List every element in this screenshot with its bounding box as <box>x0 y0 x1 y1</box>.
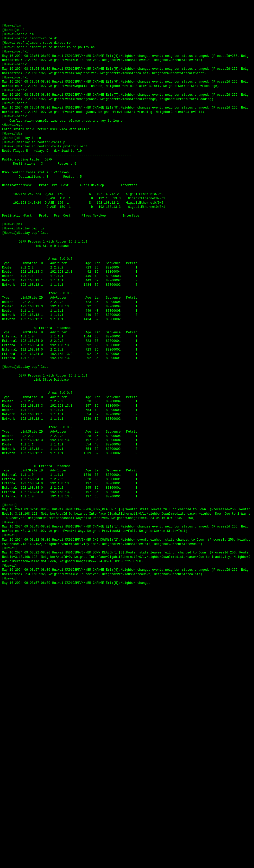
terminal-line-85: Network 192.168.13.1 1.1.1.1 554 32 8000… <box>2 412 252 417</box>
terminal-line-4: [Huawei-ospf-1]import-route direct ro <box>2 41 252 45</box>
terminal-line-104: External 1.1.1.0 192.168.13.3 197 36 800… <box>2 495 252 499</box>
terminal-line-6: [Huawei-ospf-1] <box>2 50 252 54</box>
terminal-line-58: Type LinkState ID AdvRouter Age Len Sequ… <box>2 296 252 300</box>
terminal-line-20: [Huawei]dis <box>2 132 252 136</box>
terminal-line-51: Router 2.2.2.2 2.2.2.2 723 36 80000004 1 <box>2 266 252 270</box>
terminal-line-114: [Huawei] <box>2 564 252 568</box>
terminal-line-21: [Huawei]display ip ro <box>2 136 252 141</box>
terminal-line-0: [Huawei]im <box>2 24 252 28</box>
terminal-line-116: [Huawei] <box>2 577 252 581</box>
terminal-line-62: Network 192.168.13.1 1.1.1.1 449 32 8000… <box>2 313 252 317</box>
terminal-line-44 <box>2 235 252 240</box>
terminal-line-16: [Huawei-ospf-1] <box>2 115 252 119</box>
terminal-line-17: Configuration console time out, please p… <box>2 119 252 123</box>
terminal-line-28 <box>2 166 252 170</box>
terminal-line-73 <box>2 361 252 365</box>
terminal-line-39: Destination/Mask Proto Pre Cost Flags Ne… <box>2 214 252 218</box>
terminal-line-15: May 16 2024 08:33:54-08:00 Huawei %%01OS… <box>2 106 252 115</box>
terminal-line-12: [Huawei-ospf-1] <box>2 89 252 93</box>
terminal-line-45: OSPF Process 1 with Router ID 1.1.1.1 <box>2 240 252 244</box>
terminal-line-102: External 192.168.34.0 2.2.2.2 295 36 800… <box>2 486 252 490</box>
terminal-line-88: Area: 0.0.0.0 <box>2 425 252 430</box>
terminal-line-57: Area: 0.0.0.0 <box>2 291 252 296</box>
terminal-line-25: ----------------------------------------… <box>2 153 252 158</box>
terminal-line-107: May 16 2024 09:02:45-08:00 Huawei %%01OS… <box>2 507 252 520</box>
terminal-line-64 <box>2 322 252 326</box>
terminal-line-48 <box>2 253 252 257</box>
terminal-line-93: Network 192.168.13.1 1.1.1.1 554 32 8000… <box>2 447 252 452</box>
terminal-line-42: [Huawei]display ospf ls <box>2 226 252 231</box>
terminal-line-74: [Huawei]display ospf lsdb <box>2 365 252 369</box>
terminal-line-92: Router 1.1.1.1 1.1.1.1 554 48 8000000B 1 <box>2 443 252 447</box>
terminal-line-80: Area: 0.0.0.0 <box>2 391 252 395</box>
terminal-line-97: AS External Database <box>2 464 252 469</box>
terminal-line-71: External 192.168.34.0 192.168.13.3 92 36… <box>2 352 252 356</box>
terminal-line-43: [Huawei]display ospf lsdb <box>2 231 252 235</box>
terminal-line-90: Router 2.2.2.2 2.2.2.2 828 36 80000004 1 <box>2 434 252 438</box>
terminal-line-105 <box>2 499 252 503</box>
terminal-line-9: May 16 2024 08:33:54-08:00 Huawei %%01OS… <box>2 67 252 75</box>
terminal-line-84: Router 1.1.1.1 1.1.1.1 554 48 8000000B 1 <box>2 408 252 412</box>
terminal-line-35: O_ASE 150 1 D 192.168.13.3 GigabitEthern… <box>2 196 252 201</box>
terminal-line-94: Network 192.168.12.1 1.1.1.1 1539 32 800… <box>2 452 252 456</box>
terminal-line-33 <box>2 188 252 192</box>
terminal-line-67: External 1.1.1.0 1.1.1.1 1544 36 8000000… <box>2 335 252 339</box>
terminal-line-95 <box>2 456 252 460</box>
terminal-line-38 <box>2 209 252 214</box>
terminal-line-52: Router 192.168.13.3 192.168.13.3 92 36 8… <box>2 270 252 274</box>
terminal-line-14: [Huawei-ospf-1] <box>2 101 252 106</box>
terminal-line-8: [Huawei-ospf-1] <box>2 62 252 67</box>
terminal-line-81: Type LinkState ID AdvRouter Age Len Sequ… <box>2 395 252 400</box>
terminal-line-111: May 16 2024 09:03:22-08:00 Huawei %%01OS… <box>2 538 252 547</box>
terminal-line-24: Route Flags: R - relay, D - download to … <box>2 149 252 153</box>
terminal-line-60: Router 192.168.13.3 192.168.13.3 92 36 8… <box>2 305 252 309</box>
terminal-line-5: [Huawei-ospf-1]import-route direct route… <box>2 45 252 50</box>
terminal-line-32: Destination/Mask Proto Pre Cost Flags Ne… <box>2 183 252 188</box>
terminal-line-13: May 16 2024 08:33:54-08:00 Huawei %%01OS… <box>2 93 252 101</box>
terminal-line-100: External 192.168.24.0 2.2.2.2 828 36 800… <box>2 477 252 482</box>
terminal-line-91: Router 192.168.13.3 192.168.13.3 197 36 … <box>2 438 252 443</box>
terminal-line-29: OSPF routing table status : <Active> <box>2 170 252 175</box>
terminal-line-55: Network 192.168.12.1 1.1.1.1 1434 32 800… <box>2 283 252 287</box>
terminal-line-54: Network 192.168.13.1 1.1.1.1 449 32 8000… <box>2 279 252 283</box>
terminal-line-65: AS External Database <box>2 326 252 331</box>
terminal-line-26: Public routing table : OSPF <box>2 158 252 162</box>
terminal-line-83: Router 192.168.13.3 192.168.13.3 197 36 … <box>2 404 252 408</box>
terminal-line-47 <box>2 248 252 253</box>
terminal-line-78 <box>2 382 252 386</box>
terminal-line-31 <box>2 179 252 184</box>
terminal-line-37: O_ASE 150 1 D 192.168.13.3 GigabitEthern… <box>2 205 252 209</box>
terminal-line-66: Type LinkState ID AdvRouter Age Len Sequ… <box>2 331 252 335</box>
terminal-line-99: External 1.1.1.0 1.1.1.1 1649 36 8000000… <box>2 473 252 477</box>
terminal-line-86: Network 192.168.12.1 1.1.1.1 1539 32 800… <box>2 417 252 421</box>
terminal-line-53: Router 1.1.1.1 1.1.1.1 449 48 8000000B 1 <box>2 274 252 279</box>
terminal-line-79 <box>2 386 252 391</box>
terminal-line-3: [Huawei-ospf-1]import-route di <box>2 36 252 41</box>
terminal-line-11: May 16 2024 08:33:54-08:00 Huawei %%01OS… <box>2 80 252 89</box>
terminal-line-101: External 192.168.24.0 192.168.13.3 197 3… <box>2 482 252 486</box>
terminal-line-61: Router 1.1.1.1 1.1.1.1 449 48 8000000B 1 <box>2 309 252 313</box>
terminal-line-10: [Huawei-ospf-1] <box>2 75 252 80</box>
terminal-line-34: 192.168.24.0/24 O_ASE 150 1 D 192.168.12… <box>2 192 252 196</box>
terminal-line-87 <box>2 421 252 425</box>
terminal-line-46: Link State Database <box>2 244 252 248</box>
terminal-line-75 <box>2 369 252 374</box>
terminal-line-22: [Huawei]display ip routing-table p <box>2 141 252 145</box>
terminal-line-106: [Huawei] <box>2 503 252 507</box>
terminal-line-40 <box>2 218 252 222</box>
terminal-line-109: May 16 2024 09:02:45-08:00 Huawei %%01OS… <box>2 525 252 533</box>
terminal-line-7: May 16 2024 08:33:54-08:00 Huawei %%01OS… <box>2 54 252 63</box>
terminal-line-59: Router 2.2.2.2 2.2.2.2 723 36 80000004 1 <box>2 300 252 305</box>
terminal-line-56 <box>2 287 252 292</box>
terminal-line-112: [Huawei] <box>2 546 252 551</box>
terminal-line-115: May 16 2024 09:03:57-08:00 Huawei %%01OS… <box>2 568 252 577</box>
terminal-line-2: [Huawei-ospf-1]im <box>2 32 252 37</box>
terminal-line-110: [Huawei] <box>2 533 252 538</box>
terminal-line-23: [Huawei]display ip routing-table protoco… <box>2 145 252 149</box>
terminal: [Huawei]im[Huawei]ospf 1[Huawei-ospf-1]i… <box>2 19 252 585</box>
terminal-line-108: [Huawei] <box>2 521 252 525</box>
terminal-line-82: Router 2.2.2.2 2.2.2.2 828 36 80000004 1 <box>2 399 252 404</box>
terminal-line-103: External 192.168.34.0 192.168.13.3 197 3… <box>2 490 252 495</box>
terminal-line-98: Type LinkState ID AdvRouter Age Len Sequ… <box>2 469 252 473</box>
terminal-line-41: [Huawei]dis <box>2 222 252 227</box>
